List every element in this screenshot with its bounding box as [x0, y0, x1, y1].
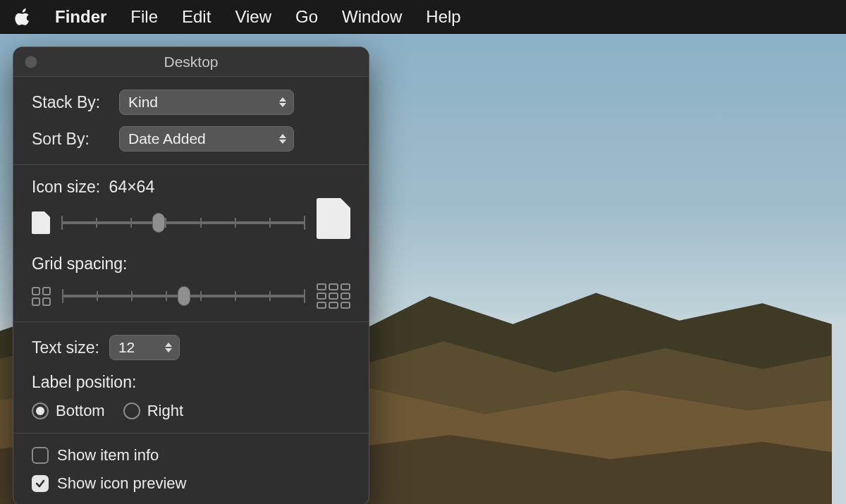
text-size-label: Text size:: [32, 338, 99, 357]
sort-by-value: Date Added: [128, 130, 206, 147]
window-title: Desktop: [164, 54, 218, 70]
show-icon-preview-checkbox[interactable]: [32, 475, 49, 492]
sort-by-label: Sort By:: [32, 130, 109, 149]
menu-view[interactable]: View: [235, 7, 271, 27]
app-menu[interactable]: Finder: [55, 7, 106, 27]
radio-right-label: Right: [147, 402, 183, 420]
apple-menu-icon[interactable]: [14, 7, 31, 27]
radio-icon: [123, 402, 140, 419]
label-position-label: Label position:: [32, 373, 350, 392]
sort-by-select[interactable]: Date Added: [119, 126, 294, 152]
grid-spacing-label: Grid spacing:: [32, 254, 350, 273]
stack-by-value: Kind: [128, 94, 158, 111]
icon-section: Icon size: 64×64 Grid spacing:: [13, 165, 369, 322]
radio-bottom[interactable]: Bottom: [32, 402, 105, 420]
chevron-up-down-icon: [279, 97, 286, 107]
text-section: Text size: 12 Label position: Bottom Rig…: [13, 322, 369, 434]
radio-bottom-label: Bottom: [56, 402, 105, 420]
chevron-up-down-icon: [165, 343, 172, 352]
text-size-select[interactable]: 12: [109, 335, 180, 360]
chevron-up-down-icon: [279, 134, 286, 144]
options-section: Show item info Show icon preview: [13, 434, 369, 504]
icon-size-slider[interactable]: [61, 212, 305, 233]
grid-large-icon: [317, 283, 350, 309]
show-icon-preview-label: Show icon preview: [57, 474, 186, 493]
file-small-icon: [32, 211, 50, 234]
menu-window[interactable]: Window: [342, 7, 402, 27]
show-item-info-checkbox[interactable]: [32, 447, 49, 464]
icon-size-label: Icon size:: [32, 178, 100, 196]
stack-by-select[interactable]: Kind: [119, 90, 294, 115]
menubar: Finder File Edit View Go Window Help: [0, 0, 846, 34]
titlebar: Desktop: [13, 47, 369, 77]
file-large-icon: [317, 198, 350, 239]
text-size-value: 12: [118, 339, 135, 356]
icon-size-value: 64×64: [109, 178, 155, 196]
view-options-window: Desktop Stack By: Kind Sort By: Date Add…: [13, 47, 369, 504]
grid-spacing-slider[interactable]: [62, 285, 305, 307]
menu-help[interactable]: Help: [426, 7, 460, 27]
menu-edit[interactable]: Edit: [182, 7, 211, 27]
stack-by-label: Stack By:: [32, 93, 109, 112]
grid-small-icon: [32, 287, 51, 306]
close-button[interactable]: [25, 56, 37, 68]
radio-icon: [32, 402, 49, 419]
menu-go[interactable]: Go: [295, 7, 318, 27]
menu-file[interactable]: File: [130, 7, 158, 27]
stack-sort-section: Stack By: Kind Sort By: Date Added: [13, 77, 369, 165]
radio-right[interactable]: Right: [123, 402, 183, 420]
show-item-info-label: Show item info: [57, 446, 159, 465]
